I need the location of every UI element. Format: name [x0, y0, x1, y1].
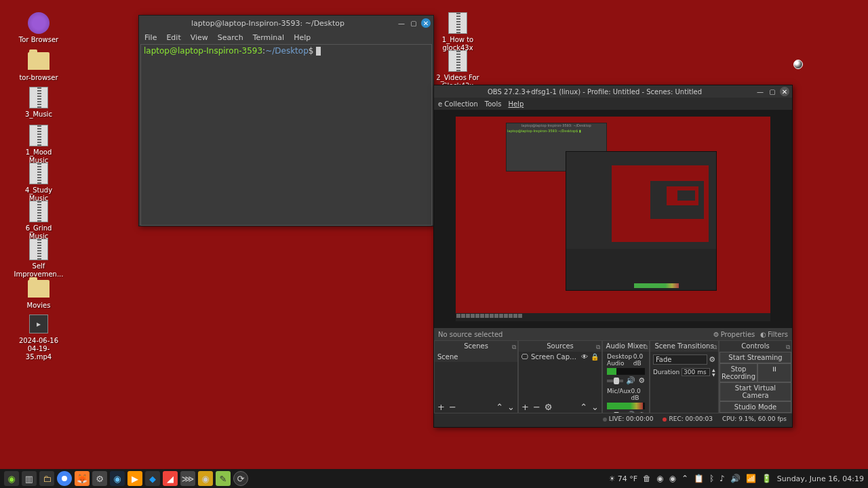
minimize-button[interactable]: —: [755, 87, 765, 96]
taskbar-editor[interactable]: ✎: [216, 471, 231, 486]
folder-icon: [28, 278, 50, 300]
settings-button[interactable]: ⚙: [545, 402, 553, 412]
remove-button[interactable]: −: [449, 402, 456, 412]
studio-mode-button[interactable]: Studio Mode: [719, 401, 791, 413]
add-button[interactable]: +: [521, 402, 529, 412]
move-up-button[interactable]: ⌃: [580, 402, 587, 412]
taskbar-show-desktop[interactable]: ▥: [22, 471, 37, 486]
tray-obs-icon[interactable]: ◉: [656, 474, 663, 483]
close-button[interactable]: ✕: [780, 87, 789, 96]
move-down-button[interactable]: ⌄: [507, 402, 515, 412]
tray-battery-icon[interactable]: 🔋: [762, 474, 772, 483]
menu-help[interactable]: Help: [294, 33, 311, 42]
popout-icon[interactable]: ⧉: [713, 342, 717, 352]
move-up-button[interactable]: ⌃: [496, 402, 503, 412]
menu-terminal[interactable]: Terminal: [253, 33, 285, 42]
obs-titlebar[interactable]: OBS 27.2.3+dfsg1-1 (linux) - Profile: Un…: [434, 85, 792, 98]
zip-icon: [28, 87, 50, 108]
obs-preview[interactable]: laptop@laptop-Inspiron-3593: ~/Desktop l…: [434, 110, 792, 328]
tray-steam-icon[interactable]: ◉: [669, 474, 675, 483]
taskbar-app-2[interactable]: ◉: [198, 471, 213, 486]
desktop-icon-movies[interactable]: Movies: [15, 278, 62, 310]
desktop-icon-mood-music[interactable]: 1_Mood Music: [15, 125, 62, 165]
menu-help[interactable]: Help: [508, 100, 524, 108]
visibility-toggle[interactable]: 👁: [581, 353, 588, 361]
popout-icon[interactable]: ⧉: [644, 342, 648, 352]
menu-scene-collection[interactable]: e Collection: [438, 100, 478, 108]
popout-icon[interactable]: ⧉: [786, 342, 790, 352]
taskbar-app[interactable]: ⋙: [180, 471, 195, 486]
desktop-icon-how-to-glock[interactable]: 1_How to glock43x: [434, 12, 481, 52]
remove-button[interactable]: −: [533, 402, 540, 412]
start-virtual-camera-button[interactable]: Start Virtual Camera: [719, 382, 791, 401]
taskbar-steam[interactable]: ◉: [110, 471, 125, 486]
tray-bluetooth-icon[interactable]: ᛒ: [709, 474, 714, 483]
icon-label: 2024-06-16 04-19-35.mp4: [15, 337, 62, 361]
channel-name: Desktop Audio: [607, 353, 633, 367]
menu-file[interactable]: File: [144, 33, 157, 42]
popout-icon[interactable]: ⧉: [512, 342, 516, 352]
channel-settings-button[interactable]: ⚙: [638, 376, 645, 385]
add-button[interactable]: +: [437, 402, 445, 412]
desktop-icon-self-improvement[interactable]: Self Improvemen...: [15, 239, 62, 279]
menu-search[interactable]: Search: [218, 33, 243, 42]
tray-volume-icon[interactable]: 🔊: [730, 474, 741, 483]
tray-network-icon[interactable]: 📶: [746, 474, 756, 483]
terminal-body[interactable]: laptop@laptop-Inspiron-3593:~/Desktop$: [140, 44, 432, 226]
menu-edit[interactable]: Edit: [166, 33, 180, 42]
menu-tools[interactable]: Tools: [485, 100, 502, 108]
move-down-button[interactable]: ⌄: [591, 402, 599, 412]
taskbar-firefox[interactable]: 🦊: [75, 471, 90, 486]
maximize-button[interactable]: ▢: [768, 87, 777, 96]
desktop-widget-icon[interactable]: [793, 60, 803, 69]
prompt-path: ~/Desktop: [265, 46, 309, 56]
lock-toggle[interactable]: 🔒: [591, 353, 599, 361]
desktop-icon-music3[interactable]: 3_Music: [15, 87, 62, 119]
pause-recording-button[interactable]: ⏸: [757, 363, 791, 382]
stop-recording-button[interactable]: Stop Recording: [719, 363, 757, 382]
desktop-icon-grind-music[interactable]: 6_Grind Music: [15, 201, 62, 241]
transition-settings-button[interactable]: ⚙: [709, 355, 715, 364]
taskbar-settings[interactable]: ⚙: [92, 471, 107, 486]
desktop-icon-tor-browser[interactable]: Tor Browser: [15, 12, 62, 44]
filters-button[interactable]: ◐Filters: [760, 331, 788, 338]
taskbar-files[interactable]: 🗀: [39, 471, 54, 486]
menu-view[interactable]: View: [191, 33, 208, 42]
duration-input[interactable]: 300 ms: [682, 368, 710, 376]
scene-item[interactable]: Scene: [435, 352, 517, 362]
taskbar-chrome[interactable]: [57, 471, 72, 486]
mute-button[interactable]: 🔊: [626, 376, 635, 385]
volume-slider[interactable]: [607, 380, 623, 382]
popout-icon[interactable]: ⧉: [596, 342, 600, 352]
tray-chevron-icon[interactable]: ⌃: [682, 474, 688, 483]
taskbar-media[interactable]: ▶: [127, 471, 142, 486]
icon-label: tor-browser: [19, 74, 58, 82]
start-menu-button[interactable]: ◉: [4, 471, 19, 486]
desktop-icon-study-music[interactable]: 4_Study Music: [15, 163, 62, 203]
terminal-titlebar[interactable]: laptop@laptop-Inspiron-3593: ~/Desktop —…: [139, 16, 433, 30]
prompt-user: laptop@laptop-Inspiron-3593: [144, 46, 262, 56]
channel-name: Mic/Aux: [607, 388, 631, 401]
desktop-icon-tor-folder[interactable]: tor-browser: [15, 50, 62, 82]
tray-clipboard-icon[interactable]: 📋: [694, 474, 704, 483]
maximize-button[interactable]: ▢: [409, 18, 418, 28]
taskbar-anydesk[interactable]: ◢: [163, 471, 178, 486]
taskbar-kde[interactable]: ◆: [145, 471, 160, 486]
start-streaming-button[interactable]: Start Streaming: [719, 352, 791, 363]
source-item[interactable]: 🖵 Screen Capture (XSHM) 👁 🔒: [519, 352, 601, 362]
channel-settings-button[interactable]: ⚙: [638, 411, 645, 413]
duration-spinner[interactable]: ▲▼: [712, 367, 715, 377]
desktop-icon-recording-file[interactable]: ▸ 2024-06-16 04-19-35.mp4: [15, 313, 62, 361]
clock[interactable]: Sunday, June 16, 04:19: [777, 474, 864, 483]
icon-label: Tor Browser: [19, 36, 58, 44]
transition-select[interactable]: Fade: [653, 354, 707, 365]
mute-button[interactable]: 🔊: [626, 411, 635, 413]
minimize-button[interactable]: —: [397, 18, 406, 28]
tray-audio-icon[interactable]: ♪: [719, 474, 725, 483]
properties-button[interactable]: ⚙Properties: [713, 331, 755, 338]
close-button[interactable]: ✕: [421, 18, 431, 28]
cpu-status: CPU: 9.1%, 60.00 fps: [722, 415, 787, 422]
taskbar-updates[interactable]: ⟳: [233, 471, 248, 486]
tray-trash-icon[interactable]: 🗑: [643, 474, 651, 483]
weather-widget[interactable]: ☀74 °F: [609, 474, 637, 483]
